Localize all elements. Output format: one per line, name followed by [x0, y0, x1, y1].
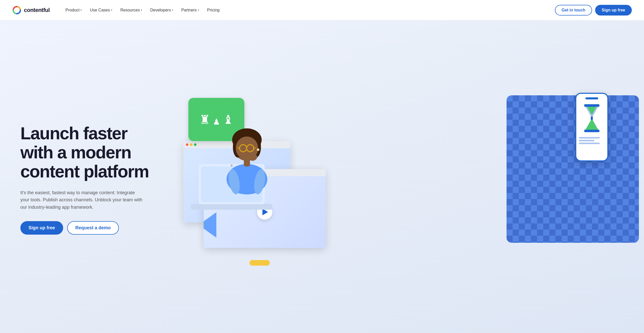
hero-section: Launch faster with a modern content plat…	[0, 20, 644, 333]
logo-link[interactable]: contentful	[12, 6, 50, 15]
nav-item-partners[interactable]: Partners ▾	[178, 6, 202, 14]
svg-rect-3	[591, 116, 593, 120]
nav-actions: Get in touch Sign up free	[555, 5, 632, 16]
hero-illustration: ♜ ♟ ♝	[163, 90, 624, 268]
nav-item-pricing[interactable]: Pricing	[204, 6, 223, 14]
request-demo-button[interactable]: Request a demo	[67, 221, 119, 235]
chevron-down-icon: ▾	[80, 9, 82, 11]
phone-content-lines	[579, 137, 605, 144]
woman-illustration	[209, 103, 285, 200]
dot-red	[186, 143, 188, 146]
hero-buttons: Sign up free Request a demo	[20, 221, 153, 235]
nav-item-product[interactable]: Product ▾	[62, 6, 85, 14]
hourglass-icon	[582, 103, 602, 133]
svg-rect-16	[244, 159, 250, 167]
yellow-pill	[249, 260, 270, 266]
phone-line-1	[579, 137, 600, 139]
navbar: contentful Product ▾ Use Cases ▾ Resourc…	[0, 0, 644, 20]
svg-rect-2	[584, 130, 599, 132]
nav-item-use-cases[interactable]: Use Cases ▾	[86, 6, 116, 14]
svg-point-15	[257, 148, 259, 151]
phone-mockup	[575, 93, 608, 161]
chevron-down-icon: ▾	[198, 9, 199, 11]
logo-text: contentful	[24, 7, 50, 13]
nav-links: Product ▾ Use Cases ▾ Resources ▾ Develo…	[62, 6, 555, 14]
dot-yellow	[190, 143, 192, 146]
chevron-down-icon: ▾	[141, 9, 142, 11]
chevron-down-icon: ▾	[172, 9, 173, 11]
phone-line-3	[579, 143, 600, 144]
svg-line-13	[237, 148, 240, 148]
svg-rect-1	[584, 104, 599, 107]
hero-subtitle: It's the easiest, fastest way to manage …	[20, 189, 143, 211]
arrow-icon	[204, 207, 247, 243]
sign-up-free-button-nav[interactable]: Sign up free	[595, 5, 632, 16]
logo-icon	[12, 6, 21, 15]
dot-green	[194, 143, 197, 146]
phone-notch	[585, 97, 598, 99]
sign-up-free-button-hero[interactable]: Sign up free	[20, 221, 63, 235]
hero-title: Launch faster with a modern content plat…	[20, 124, 153, 181]
svg-line-14	[254, 148, 256, 148]
nav-item-developers[interactable]: Developers ▾	[147, 6, 177, 14]
hero-content: Launch faster with a modern content plat…	[20, 124, 153, 235]
nav-item-resources[interactable]: Resources ▾	[117, 6, 146, 14]
chevron-down-icon: ▾	[111, 9, 112, 11]
checker-background	[507, 95, 639, 243]
svg-rect-22	[191, 204, 272, 210]
phone-line-2	[579, 140, 594, 141]
get-in-touch-button[interactable]: Get in touch	[555, 5, 592, 16]
